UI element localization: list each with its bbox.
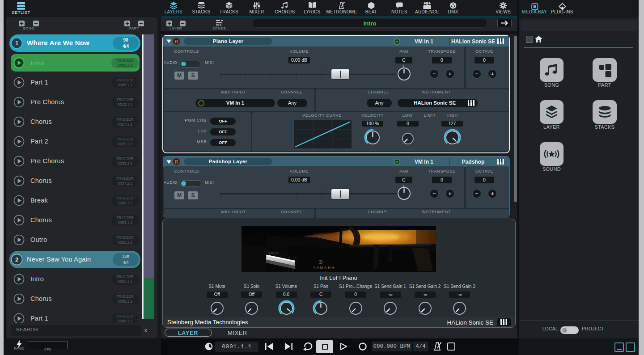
svg-text:+: + [491,71,494,76]
svg-text:−: − [432,71,436,76]
svg-text:R: R [175,159,178,165]
svg-text:1: 1 [15,40,18,46]
svg-text:−: − [475,190,478,196]
svg-text:YAMAHA: YAMAHA [267,252,279,254]
svg-text:+: + [448,71,451,76]
svg-text:YAMAHA: YAMAHA [313,266,335,270]
svg-text:+: + [448,190,451,196]
svg-text:2: 2 [15,256,18,263]
svg-text:−: − [475,71,478,76]
svg-text:−: − [432,190,436,196]
svg-text:+: + [491,190,494,196]
svg-text:R: R [175,38,178,44]
